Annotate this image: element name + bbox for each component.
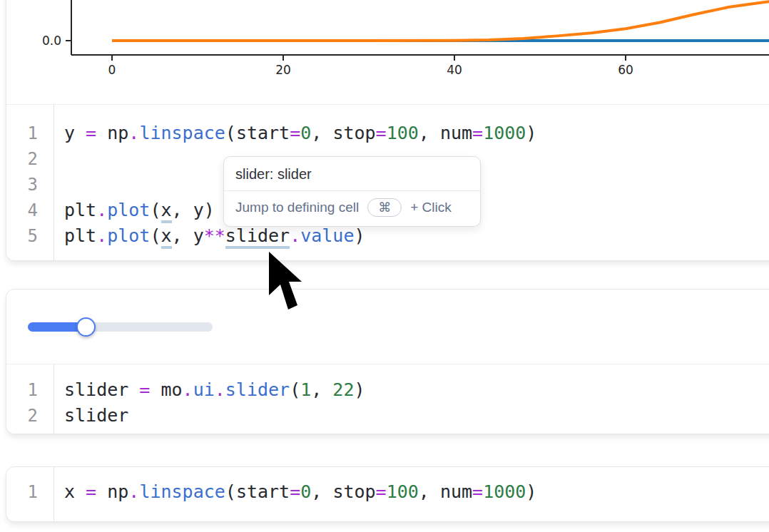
matplotlib-line-chart: 02040600.0 — [6, 0, 769, 104]
x-tick-label: 0 — [108, 63, 116, 77]
code-line[interactable]: plt.plot(x, y**slider.value) — [64, 223, 536, 249]
tooltip-variable-name: slider: slider — [224, 157, 480, 190]
code-line[interactable]: y = np.linspace(start=0, stop=100, num=1… — [64, 121, 536, 146]
x-tick-label: 60 — [618, 63, 633, 77]
notebook-cell-slider: 12 slider = mo.ui.slider(1, 22) slider — [6, 289, 769, 434]
line-number: 1 — [6, 479, 38, 505]
line-number: 4 — [6, 198, 38, 223]
code-editor[interactable]: 1 x = np.linspace(start=0, stop=100, num… — [6, 467, 769, 521]
chart-series — [112, 1, 769, 41]
code-line[interactable]: slider — [64, 403, 365, 429]
line-number: 1 — [6, 377, 38, 403]
y-tick-label: 0.0 — [42, 34, 61, 48]
line-number: 1 — [6, 121, 38, 146]
x-tick-label: 20 — [275, 63, 291, 77]
slider-track[interactable] — [28, 322, 213, 332]
line-number: 5 — [6, 223, 38, 249]
line-number-gutter: 12345 — [6, 105, 54, 260]
code-line[interactable]: x = np.linspace(start=0, stop=100, num=1… — [64, 479, 536, 505]
notebook-cell-x: 1 x = np.linspace(start=0, stop=100, num… — [6, 466, 769, 522]
line-number-gutter: 1 — [6, 467, 54, 521]
code-area[interactable]: slider = mo.ui.slider(1, 22) slider — [54, 364, 365, 434]
code-area[interactable]: x = np.linspace(start=0, stop=100, num=1… — [54, 467, 536, 521]
notebook-page: 02040600.0 12345 y = np.linspace(start=0… — [0, 0, 769, 532]
line-number: 2 — [6, 146, 38, 172]
x-tick-label: 40 — [447, 63, 462, 77]
slider-handle[interactable] — [76, 317, 96, 337]
command-key-icon: ⌘ — [367, 198, 402, 217]
plot-output-area: 02040600.0 — [6, 0, 769, 104]
mouse-cursor-icon — [268, 250, 305, 314]
line-number: 2 — [6, 403, 38, 429]
code-editor[interactable]: 12 slider = mo.ui.slider(1, 22) slider — [6, 364, 769, 434]
variable-tooltip: slider: slider Jump to defining cell ⌘ +… — [223, 156, 481, 227]
tooltip-action-label: Jump to defining cell — [235, 200, 359, 215]
slider-output-area — [6, 290, 769, 364]
tooltip-shortcut-suffix: + Click — [410, 200, 452, 215]
code-line[interactable]: slider = mo.ui.slider(1, 22) — [64, 377, 365, 403]
line-number: 3 — [6, 172, 38, 198]
line-number-gutter: 12 — [6, 364, 54, 434]
